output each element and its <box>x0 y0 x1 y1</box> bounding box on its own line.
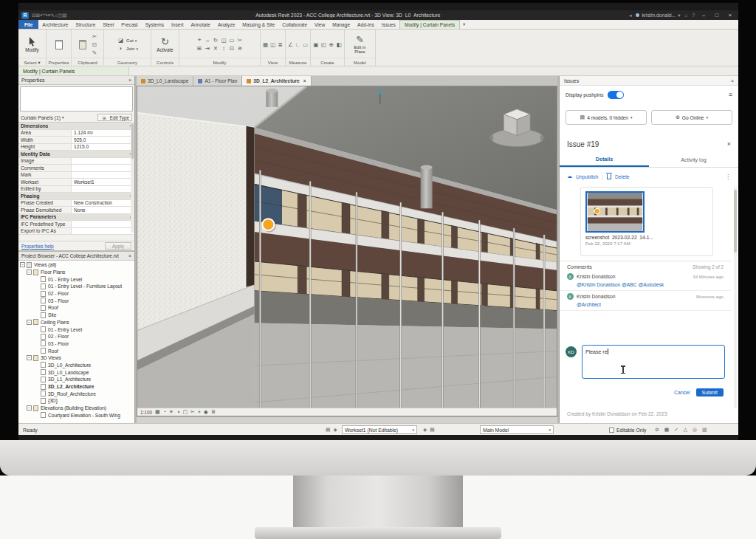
clipboard-tool-icon[interactable]: ⊡ <box>91 41 99 48</box>
tree-item[interactable]: {3D} <box>18 397 134 405</box>
view-control-icon[interactable]: ▢ <box>182 409 188 415</box>
properties-help-link[interactable]: Properties help <box>21 244 54 249</box>
type-selector-chevron-icon[interactable]: ▾ <box>62 115 64 120</box>
property-row[interactable]: Phase Demolished None <box>18 207 134 214</box>
editable-only-checkbox[interactable] <box>609 428 614 433</box>
type-selector-value[interactable]: Curtain Panels (1) <box>21 115 61 120</box>
activate-controls-button[interactable]: ↻ Activate <box>154 36 175 53</box>
status-tool-icon[interactable]: ▥ <box>702 427 707 433</box>
property-value[interactable]: None <box>72 207 134 213</box>
tab-activity-log[interactable]: Activity log <box>649 153 738 167</box>
create-tool-icon[interactable]: ◰ <box>321 41 327 48</box>
status-tool-icon[interactable]: ◈ <box>333 427 337 433</box>
go-online-button[interactable]: ⊕ Go Online ▾ <box>651 110 732 125</box>
comment-item[interactable]: K Kristin Donaldson 34 Minutes ago @Kris… <box>560 271 731 291</box>
property-row[interactable]: IFC Parameters <box>18 214 134 222</box>
tree-item[interactable]: 3D Views <box>18 354 134 362</box>
modify-tool-icon[interactable]: ↕ <box>220 44 228 52</box>
tree-item[interactable]: Site <box>18 312 134 319</box>
close-button[interactable]: × <box>726 12 735 18</box>
property-value[interactable]: New Construction <box>72 200 134 207</box>
unpublish-button[interactable]: Unpublish <box>576 174 598 179</box>
view-scale[interactable]: 1:100 <box>140 410 152 415</box>
status-tool-icon[interactable]: ▤ <box>326 427 330 433</box>
status-tool-icon[interactable]: △ <box>684 427 687 433</box>
cancel-button[interactable]: Cancel <box>674 390 690 395</box>
ribbon-tab[interactable]: Steel <box>99 20 117 29</box>
tree-item[interactable]: Roof <box>18 304 134 312</box>
back-icon[interactable]: ◂ <box>629 13 631 18</box>
ribbon-tab[interactable]: Collaborate <box>278 20 311 29</box>
ribbon-state-chevron-icon[interactable]: ▾ <box>460 20 468 29</box>
comment-item[interactable]: K Kristin Donaldson Moments ago @Archite… <box>560 291 731 311</box>
measure-tool-icon[interactable]: ∟ <box>295 41 300 48</box>
edit-type-button[interactable]: ⊞Edit Type <box>97 114 132 121</box>
ribbon-tab[interactable]: Add-Ins <box>354 20 378 29</box>
tree-expander-icon[interactable] <box>27 270 32 275</box>
file-tab[interactable]: File <box>18 20 38 29</box>
3d-scene-canvas[interactable] <box>137 86 557 416</box>
property-row[interactable]: Phase Created New Construction <box>18 200 134 207</box>
modify-tool-icon[interactable]: ⊞ <box>196 44 204 52</box>
property-row[interactable]: Mark <box>18 172 134 179</box>
ribbon-tab[interactable]: Structure <box>72 20 100 29</box>
tab-details[interactable]: Details <box>560 153 649 167</box>
view-tool-icon[interactable]: ≣ <box>278 41 283 48</box>
property-value[interactable]: 1215.0 <box>72 144 134 151</box>
property-row[interactable]: Phasing <box>18 193 134 200</box>
property-row[interactable]: IFC Predefined Type <box>18 221 134 228</box>
tree-item[interactable]: 3D_L1_Architecture <box>18 376 134 383</box>
more-actions-icon[interactable]: ⋮ <box>725 174 731 180</box>
properties-panel-label[interactable]: Properties <box>47 58 71 66</box>
tree-expander-icon[interactable] <box>27 320 32 325</box>
cut-geometry-button[interactable]: ◪Cut▾ <box>117 37 138 44</box>
property-row[interactable]: Edited by <box>18 186 134 193</box>
create-tool-icon[interactable]: ▣ <box>313 41 319 48</box>
ribbon-tab[interactable]: Analyze <box>214 20 238 29</box>
view-control-icon[interactable]: ◉ <box>204 409 208 415</box>
view-control-icon[interactable]: ≣ <box>211 409 216 415</box>
view-panel-label[interactable]: View <box>261 58 285 66</box>
tree-item[interactable]: 3D_L0_Landscape <box>18 368 134 376</box>
geometry-panel-label[interactable]: Geometry <box>104 58 151 66</box>
modify-tool-icon[interactable]: ↔ <box>204 36 212 44</box>
modify-panel-label[interactable]: Modify <box>179 58 260 66</box>
modify-tool-icon[interactable]: ≋ <box>236 44 244 52</box>
modify-tool-icon[interactable]: ▭ <box>228 36 236 44</box>
tree-item[interactable]: 01 - Entry Level - Furniture Layout <box>18 283 134 290</box>
ribbon-tab[interactable]: Issues <box>378 20 399 29</box>
tree-item[interactable]: Views (all) <box>18 261 134 269</box>
property-value[interactable]: 1.124 m² <box>72 130 134 137</box>
property-row[interactable]: Area 1.124 m² <box>18 130 134 137</box>
project-browser-close-icon[interactable]: × <box>128 253 131 258</box>
property-row[interactable]: Workset Workset1 <box>18 179 134 186</box>
view-tab[interactable]: 3D_L0_Landscape × <box>137 76 193 86</box>
status-tool-icon[interactable]: ⊘ <box>655 427 659 433</box>
tree-item[interactable]: 3D_L2_Architecture <box>18 383 134 391</box>
tree-item[interactable]: 02 - Floor <box>18 333 134 340</box>
property-value[interactable] <box>72 158 134 165</box>
attachment-filename[interactable]: screenshot_2023-02-22_14-1... <box>585 235 708 240</box>
view-control-icon[interactable]: ✂ <box>190 409 195 415</box>
property-value[interactable] <box>72 186 134 193</box>
view-tool-icon[interactable]: ◫ <box>270 41 275 48</box>
minimize-button[interactable]: – <box>699 12 708 18</box>
model-panel-label[interactable]: Model <box>345 58 375 66</box>
property-row[interactable]: Width 925.0 <box>18 137 134 144</box>
status-tool-icon[interactable]: ▦ <box>664 427 669 433</box>
property-value[interactable] <box>72 228 134 235</box>
viewport-scroll-strip[interactable] <box>137 416 557 423</box>
ribbon-tab[interactable]: Systems <box>142 20 168 29</box>
ribbon-tab[interactable]: Manage <box>329 20 354 29</box>
view-control-icon[interactable]: ☀ <box>169 409 173 415</box>
issues-panel-close-icon[interactable]: × <box>731 78 734 83</box>
design-option-select[interactable]: Main Model ▾ <box>480 425 554 434</box>
type-selector-preview[interactable] <box>20 86 133 111</box>
view-tab[interactable]: A1 - Floor Plan × <box>193 76 242 86</box>
submit-button[interactable]: Submit <box>696 388 724 396</box>
property-row[interactable]: Export to IFC As <box>18 228 134 236</box>
properties-close-icon[interactable]: × <box>128 78 131 83</box>
ribbon-tab[interactable]: Precast <box>117 20 141 29</box>
ribbon-tab[interactable]: Architecture <box>38 20 72 29</box>
home-icon[interactable]: ⌂ <box>684 13 687 18</box>
